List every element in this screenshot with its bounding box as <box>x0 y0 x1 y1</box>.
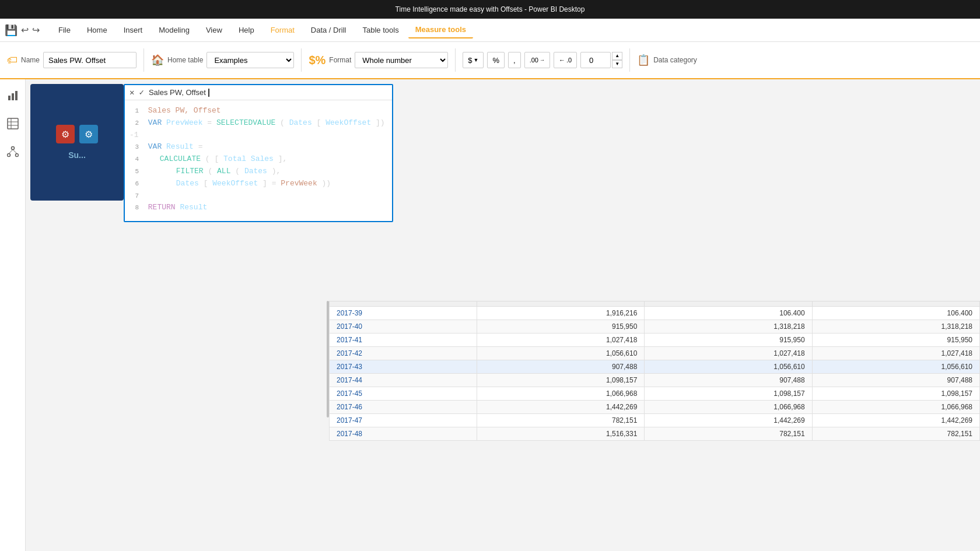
name-input[interactable] <box>43 52 136 68</box>
cell-v2: 1,318,218 <box>645 320 812 334</box>
decrease-decimal-button[interactable]: .00 → <box>524 52 550 68</box>
formula-line-2: 2 VAR PrevWeek = SELECTEDVALUE ( Dates [… <box>130 117 387 142</box>
table-row: 2017-40 915,950 1,318,218 1,318,218 <box>330 320 980 334</box>
visual-card[interactable]: ⚙ ⚙ Su... <box>30 84 124 201</box>
cell-week: 2017-42 <box>330 347 477 360</box>
cell-v1: 782,151 <box>477 414 645 427</box>
menu-file[interactable]: File <box>51 22 78 38</box>
comma-button[interactable]: , <box>508 52 521 68</box>
cell-v2: 1,066,968 <box>645 401 812 414</box>
formula-header: ✕ ✓ Sales PW, Offset <box>125 85 392 100</box>
data-category-group: 📋 Data category <box>637 54 697 66</box>
col-header-2 <box>645 301 812 307</box>
save-icon[interactable]: 💾 <box>5 24 18 37</box>
cell-v1: 1,516,331 <box>477 427 645 441</box>
cell-v3: 1,066,968 <box>812 401 979 414</box>
cell-week: 2017-47 <box>330 414 477 427</box>
cell-v1: 1,098,157 <box>477 374 645 387</box>
cell-week: 2017-46 <box>330 401 477 414</box>
formula-confirm-button[interactable]: ✓ <box>139 87 144 97</box>
title-text: Time Intelligence made easy with Offsets… <box>396 5 585 13</box>
table-row: 2017-46 1,442,269 1,066,968 1,066,968 <box>330 401 980 414</box>
col-header-3 <box>812 301 979 307</box>
ribbon: 🏷 Name 🏠 Home table Examples $% Format W… <box>0 42 980 79</box>
svg-line-11 <box>13 150 17 154</box>
decimal-up[interactable]: ▲ <box>612 52 622 60</box>
cell-v3: 907,488 <box>812 374 979 387</box>
name-icon: 🏷 <box>7 54 18 66</box>
decimal-spinner[interactable]: ▲ ▼ <box>612 52 622 68</box>
col-header-1 <box>477 301 645 307</box>
table-row: 2017-39 1,916,216 106.400 106.400 <box>330 307 980 320</box>
cell-v3: 106.400 <box>812 307 979 320</box>
cell-v2: 1,027,418 <box>645 347 812 360</box>
cell-v2: 915,950 <box>645 334 812 347</box>
cell-v1: 915,950 <box>477 320 645 334</box>
visual-card-text: Su... <box>68 150 86 160</box>
table-row: 2017-41 1,027,418 915,950 915,950 <box>330 334 980 347</box>
formula-line-3: 3 VAR Result = <box>130 141 387 153</box>
home-table-dropdown[interactable]: Examples <box>206 52 294 68</box>
name-group: 🏷 Name <box>7 52 136 68</box>
formula-line-7: 7 <box>130 190 387 202</box>
currency-button[interactable]: $ ▼ <box>463 52 484 68</box>
dollar-sign-icon: $% <box>309 54 326 67</box>
sep3 <box>455 48 456 72</box>
menu-table-tools[interactable]: Table tools <box>355 22 405 38</box>
canvas-area: ⚙ ⚙ Su... ✕ ✓ Sales PW, Offset 1 Sales P… <box>26 79 980 551</box>
menu-format[interactable]: Format <box>264 22 302 38</box>
data-category-icon: 📋 <box>637 54 650 66</box>
format-group: $% Format Whole number Decimal number Fi… <box>309 52 448 68</box>
formula-editor[interactable]: ✕ ✓ Sales PW, Offset 1 Sales PW, Offset … <box>124 84 393 222</box>
menu-data-drill[interactable]: Data / Drill <box>304 22 354 38</box>
cell-v1: 1,066,968 <box>477 387 645 401</box>
table-row: 2017-43 907,488 1,056,610 1,056,610 <box>330 360 980 374</box>
svg-point-9 <box>15 154 18 157</box>
home-table-label: Home table <box>167 56 203 64</box>
undo-icon[interactable]: ↩ <box>21 24 29 36</box>
cell-week: 2017-45 <box>330 387 477 401</box>
cell-week: 2017-41 <box>330 334 477 347</box>
cell-week: 2017-43 <box>330 360 477 374</box>
svg-point-7 <box>11 147 14 150</box>
decimal-places-input[interactable] <box>580 52 611 68</box>
format-dropdown[interactable]: Whole number Decimal number Fixed decima… <box>355 52 448 68</box>
formula-close-button[interactable]: ✕ <box>130 87 134 97</box>
comma-symbol: , <box>513 56 516 65</box>
svg-rect-1 <box>12 93 14 100</box>
data-table: 2017-39 1,916,216 106.400 106.400 2017-4… <box>329 301 980 551</box>
percent-button[interactable]: % <box>487 52 505 68</box>
svg-rect-0 <box>8 96 10 100</box>
increase-decimal-button[interactable]: ← .0 <box>554 52 577 68</box>
cell-v3: 1,442,269 <box>812 414 979 427</box>
formula-measure-name: Sales PW, Offset <box>149 88 209 97</box>
percent-symbol: % <box>492 56 499 65</box>
sidebar-icon-report[interactable] <box>4 86 22 105</box>
cell-week: 2017-40 <box>330 320 477 334</box>
cell-v3: 915,950 <box>812 334 979 347</box>
data-category-label: Data category <box>653 56 697 64</box>
menu-modeling[interactable]: Modeling <box>152 22 197 38</box>
cell-v2: 1,442,269 <box>645 414 812 427</box>
menu-home[interactable]: Home <box>80 22 114 38</box>
cell-week: 2017-48 <box>330 427 477 441</box>
decimal-down[interactable]: ▼ <box>612 60 622 68</box>
name-label: Name <box>21 56 40 64</box>
sidebar-icon-model[interactable] <box>4 142 22 161</box>
cell-week: 2017-39 <box>330 307 477 320</box>
home-icon: 🏠 <box>151 54 164 66</box>
home-table-group: 🏠 Home table Examples <box>151 52 294 68</box>
sep4 <box>629 48 630 72</box>
title-bar: Time Intelligence made easy with Offsets… <box>0 0 980 19</box>
cell-v2: 1,098,157 <box>645 387 812 401</box>
menu-insert[interactable]: Insert <box>117 22 150 38</box>
formula-line-4: 4 CALCULATE ( [ Total Sales ], <box>130 153 387 166</box>
sidebar-icon-table[interactable] <box>4 114 22 133</box>
cell-v1: 1,442,269 <box>477 401 645 414</box>
redo-icon[interactable]: ↪ <box>32 24 40 36</box>
table-body: 2017-39 1,916,216 106.400 106.400 2017-4… <box>330 307 980 441</box>
cell-v3: 782,151 <box>812 427 979 441</box>
menu-view[interactable]: View <box>199 22 229 38</box>
menu-help[interactable]: Help <box>232 22 261 38</box>
menu-measure-tools[interactable]: Measure tools <box>408 22 473 38</box>
